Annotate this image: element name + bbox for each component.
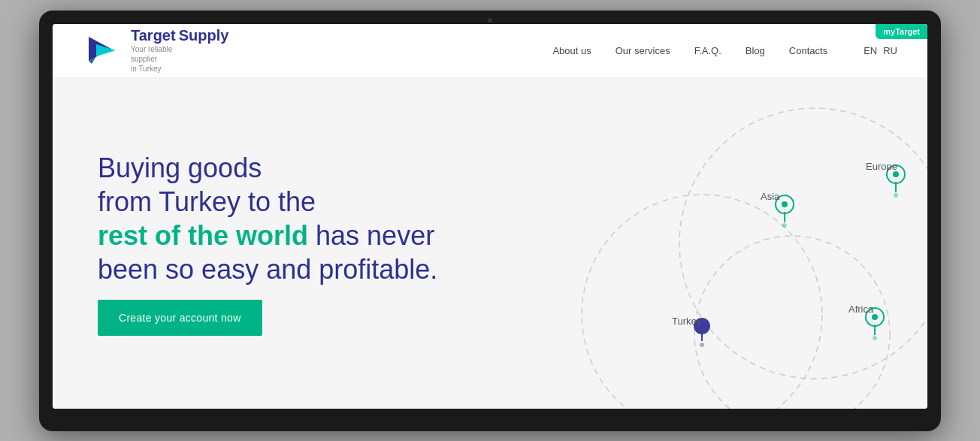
map-svg: Turkey Asia Europe (446, 78, 927, 409)
svg-point-8 (700, 343, 704, 347)
logo-tagline: Your reliablesupplierin Turkey (131, 44, 228, 74)
create-account-button[interactable]: Create your account now (98, 300, 262, 336)
site-header: Target Supply Your reliablesupplierin Tu… (53, 24, 927, 78)
hero-section: Buying goodsfrom Turkey to the rest of t… (53, 78, 927, 409)
nav-faq[interactable]: F.A.Q. (694, 45, 721, 56)
nav-services[interactable]: Our services (616, 45, 670, 56)
nav-about[interactable]: About us (552, 45, 591, 56)
svg-text:Asia: Asia (761, 191, 780, 202)
headline-line1: Buying goodsfrom Turkey to the (98, 153, 316, 217)
svg-text:Europe: Europe (866, 161, 897, 172)
map-area: Turkey Asia Europe (446, 78, 927, 409)
svg-point-5 (694, 236, 890, 409)
svg-point-11 (782, 201, 788, 207)
svg-point-13 (782, 223, 787, 228)
logo-area: Target Supply Your reliablesupplierin Tu… (83, 27, 228, 74)
svg-point-16 (893, 171, 899, 177)
logo-target: Target (131, 27, 176, 44)
laptop-screen: Target Supply Your reliablesupplierin Tu… (53, 24, 927, 409)
camera (488, 18, 492, 23)
svg-point-18 (894, 193, 898, 198)
logo-text: Target Supply Your reliablesupplierin Tu… (131, 27, 228, 74)
logo-supply: Supply (179, 27, 229, 44)
main-nav: About us Our services F.A.Q. Blog Contac… (552, 45, 897, 56)
laptop-frame: Target Supply Your reliablesupplierin Tu… (39, 11, 941, 431)
svg-text:Turkey: Turkey (672, 316, 702, 327)
headline-highlight: rest of the world (98, 220, 308, 251)
nav-contacts[interactable]: Contacts (789, 45, 827, 56)
svg-point-21 (872, 314, 878, 320)
my-target-badge[interactable]: myTarget (876, 24, 927, 39)
svg-point-23 (873, 336, 877, 340)
lang-switcher: EN RU (864, 45, 897, 56)
hero-headline: Buying goodsfrom Turkey to the rest of t… (98, 151, 437, 286)
logo-brand: Target Supply (131, 27, 228, 44)
lang-en[interactable]: EN (864, 45, 877, 56)
svg-text:Africa: Africa (848, 304, 874, 315)
logo-icon (83, 31, 122, 70)
lang-ru[interactable]: RU (883, 45, 897, 56)
hero-text: Buying goodsfrom Turkey to the rest of t… (98, 151, 437, 336)
nav-blog[interactable]: Blog (746, 45, 765, 56)
